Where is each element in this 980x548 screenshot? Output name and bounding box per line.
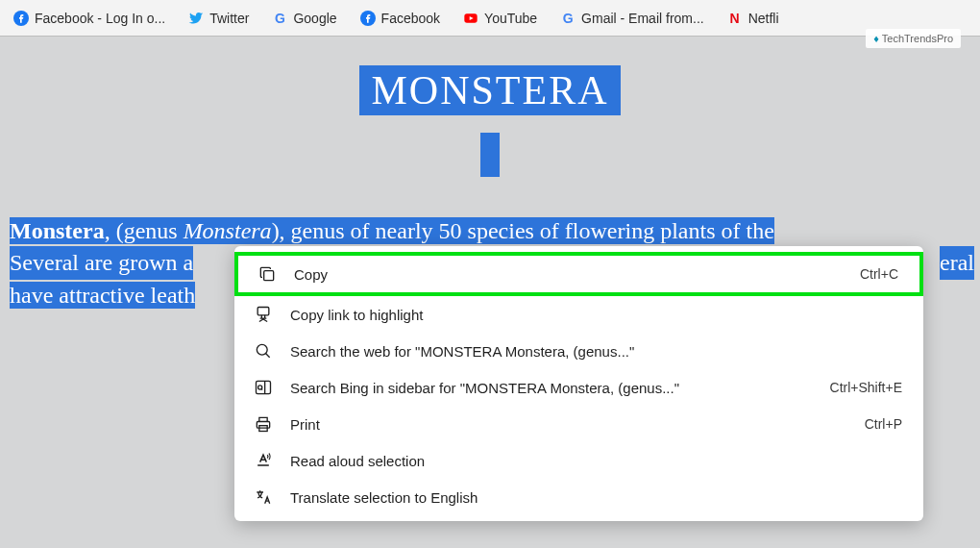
menu-shortcut: Ctrl+C [860, 266, 898, 282]
menu-item-copy-link-highlight[interactable]: Copy link to highlight [234, 296, 923, 333]
context-menu: Copy Ctrl+C Copy link to highlight Searc… [234, 246, 923, 521]
read-aloud-icon [254, 451, 273, 470]
watermark-badge: ♦ TechTrendsPro [866, 29, 961, 48]
bookmark-gmail[interactable]: G Gmail - Email from... [551, 7, 714, 30]
twitter-icon [188, 11, 204, 26]
menu-label: Copy link to highlight [290, 307, 885, 323]
google-icon: G [272, 11, 287, 26]
bookmark-label: Google [293, 11, 336, 26]
menu-shortcut: Ctrl+P [865, 416, 902, 432]
menu-item-search-bing-sidebar[interactable]: Search Bing in sidebar for "MONSTERA Mon… [234, 369, 923, 406]
menu-item-copy[interactable]: Copy Ctrl+C [234, 252, 923, 296]
menu-item-read-aloud[interactable]: Read aloud selection [234, 442, 923, 479]
menu-item-translate[interactable]: Translate selection to English [234, 479, 923, 515]
google-icon: G [560, 11, 576, 26]
bookmark-label: Facebook - Log In o... [35, 11, 165, 26]
menu-shortcut: Ctrl+Shift+E [830, 380, 902, 395]
svg-rect-3 [264, 271, 274, 281]
bookmark-facebook[interactable]: Facebook [351, 7, 450, 30]
bookmark-label: Netfli [748, 11, 779, 26]
title-block: MONSTERA [0, 65, 980, 177]
menu-item-print[interactable]: Print Ctrl+P [234, 406, 923, 442]
translate-icon [254, 487, 273, 507]
print-icon [254, 414, 273, 434]
bookmark-facebook-login[interactable]: Facebook - Log In o... [4, 7, 175, 30]
bookmark-label: Facebook [381, 11, 440, 26]
facebook-icon [13, 11, 29, 26]
youtube-icon [463, 11, 478, 26]
search-icon [254, 341, 273, 361]
netflix-icon: N [727, 11, 743, 26]
selection-cursor [480, 133, 500, 177]
menu-label: Search Bing in sidebar for "MONSTERA Mon… [290, 380, 813, 396]
bookmark-netflix[interactable]: N Netfli [718, 7, 789, 30]
menu-label: Search the web for "MONSTERA Monstera, (… [290, 343, 885, 360]
page-title[interactable]: MONSTERA [359, 65, 620, 115]
svg-rect-4 [257, 308, 269, 315]
bookmark-label: YouTube [484, 11, 537, 26]
menu-item-search-web[interactable]: Search the web for "MONSTERA Monstera, (… [234, 333, 923, 369]
copy-icon [257, 264, 277, 284]
sidebar-search-icon [254, 378, 273, 397]
bookmark-youtube[interactable]: YouTube [453, 7, 547, 30]
facebook-icon [360, 11, 376, 26]
bookmark-label: Twitter [209, 11, 249, 26]
menu-label: Copy [294, 266, 843, 283]
bookmark-google[interactable]: G Google [262, 7, 346, 30]
bookmark-twitter[interactable]: Twitter [179, 7, 258, 30]
bookmarks-bar: Facebook - Log In o... Twitter G Google … [0, 0, 980, 37]
menu-label: Print [290, 416, 847, 433]
menu-label: Translate selection to English [290, 489, 885, 506]
menu-label: Read aloud selection [290, 453, 885, 469]
link-highlight-icon [254, 305, 273, 324]
bookmark-label: Gmail - Email from... [581, 11, 704, 26]
